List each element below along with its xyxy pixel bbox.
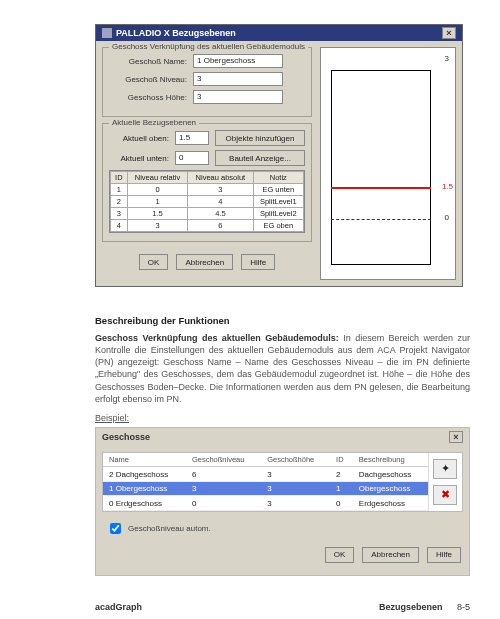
label-geschoss-niveau: Geschoß Niveau: [109, 75, 187, 84]
preview-zero-value: 0 [445, 213, 449, 222]
auto-niveau-checkbox[interactable]: Geschoßniveau autom. [106, 520, 463, 537]
dialog-titlebar: PALLADIO X Bezugsebenen × [96, 25, 462, 41]
label-aktuell-unten: Aktuell unten: [109, 154, 169, 163]
field-geschoss-niveau[interactable]: 3 [193, 72, 283, 86]
dialog2-titlebar: Geschosse × [96, 428, 469, 446]
button-objekte-hinzufuegen[interactable]: Objekte hinzufügen [215, 130, 305, 146]
geschosse-table[interactable]: Name Geschoßniveau Geschoßhöhe ID Beschr… [102, 452, 463, 512]
dialog-title: PALLADIO X Bezugsebenen [116, 28, 236, 38]
col-niveau-absolut: Niveau absolut [188, 172, 253, 184]
para-rest: In diesem Bereich werden zur Kontrolle d… [95, 333, 470, 404]
col-id: ID [111, 172, 128, 184]
ok-button[interactable]: OK [325, 547, 355, 563]
add-row-button[interactable]: ✦ [433, 459, 457, 479]
field-aktuell-unten[interactable]: 0 [175, 151, 209, 165]
label-geschoss-hoehe: Geschoss Höhe: [109, 93, 187, 102]
col-niveau: Geschoßniveau [186, 453, 261, 467]
table-row[interactable]: 0 Erdgeschoss 0 3 0 Erdgeschoss [103, 496, 428, 511]
delete-row-button[interactable]: ✖ [433, 485, 457, 505]
group-title: Aktuelle Bezugsebenen [109, 118, 199, 127]
col-hoehe: Geschoßhöhe [261, 453, 330, 467]
new-icon: ✦ [441, 462, 450, 475]
section-heading: Beschreibung der Funktionen [95, 315, 470, 326]
group-bezugsebenen: Aktuelle Bezugsebenen Aktuell oben: 1.5 … [102, 123, 312, 242]
col-notiz: Notiz [253, 172, 303, 184]
col-name: Name [103, 453, 186, 467]
page-footer: acadGraph Bezugsebenen 8-5 [95, 602, 470, 612]
preview-zero-line [331, 219, 431, 220]
dialog2-title: Geschosse [102, 432, 150, 442]
help-button[interactable]: Hilfe [241, 254, 275, 270]
preview-frame [331, 70, 431, 265]
footer-left: acadGraph [95, 602, 142, 612]
button-bauteil-anzeige[interactable]: Bauteil Anzeige... [215, 150, 305, 166]
cancel-button[interactable]: Abbrechen [362, 547, 419, 563]
field-geschoss-hoehe[interactable]: 3 [193, 90, 283, 104]
para-lead: Geschoss Verknüpfung des aktuellen Gebäu… [95, 333, 339, 343]
table-row[interactable]: 4 3 6 EG oben [111, 220, 304, 232]
table-row[interactable]: 3 1.5 4.5 SplitLevel2 [111, 208, 304, 220]
label-geschoss-name: Geschoß Name: [109, 57, 187, 66]
close-icon[interactable]: × [442, 27, 456, 39]
delete-icon: ✖ [441, 488, 450, 501]
cancel-button[interactable]: Abbrechen [176, 254, 233, 270]
checkbox-label: Geschoßniveau autom. [128, 524, 211, 533]
group-verknuepfung: Geschoss Verknüpfung des aktuellen Gebäu… [102, 47, 312, 117]
group-title: Geschoss Verknüpfung des aktuellen Gebäu… [109, 42, 308, 51]
field-aktuell-oben[interactable]: 1.5 [175, 131, 209, 145]
table-row[interactable]: 2 Dachgeschoss 6 3 2 Dachgeschoss [103, 467, 428, 482]
app-icon [102, 28, 112, 38]
close-icon[interactable]: × [449, 431, 463, 443]
col-beschreibung: Beschreibung [353, 453, 428, 467]
field-geschoss-name[interactable]: 1 Obergeschoss [193, 54, 283, 68]
beispiel-label: Beispiel: [95, 413, 470, 423]
col-niveau-relativ: Niveau relativ [127, 172, 188, 184]
table-row-selected[interactable]: 1 Obergeschoss 3 3 1 Obergeschoss [103, 481, 428, 496]
bezugsebenen-dialog: PALLADIO X Bezugsebenen × Geschoss Verkn… [95, 24, 463, 287]
label-aktuell-oben: Aktuell oben: [109, 134, 169, 143]
col-id: ID [330, 453, 353, 467]
preview-pane: 3 1.5 0 [320, 47, 456, 280]
table-row[interactable]: 2 1 4 SplitLevel1 [111, 196, 304, 208]
preview-red-value: 1.5 [442, 182, 453, 191]
preview-red-line [331, 187, 431, 189]
checkbox-input[interactable] [110, 523, 121, 534]
page-number: 8-5 [457, 602, 470, 612]
preview-top-value: 3 [445, 54, 449, 63]
ok-button[interactable]: OK [139, 254, 169, 270]
body-paragraph: Geschoss Verknüpfung des aktuellen Gebäu… [95, 332, 470, 405]
geschosse-dialog: Geschosse × Name Geschoßniveau Geschoßhö… [95, 427, 470, 576]
table-row[interactable]: 1 0 3 EG unten [111, 184, 304, 196]
footer-right-label: Bezugsebenen [379, 602, 443, 612]
bezugsebenen-table[interactable]: ID Niveau relativ Niveau absolut Notiz 1… [109, 170, 305, 233]
help-button[interactable]: Hilfe [427, 547, 461, 563]
